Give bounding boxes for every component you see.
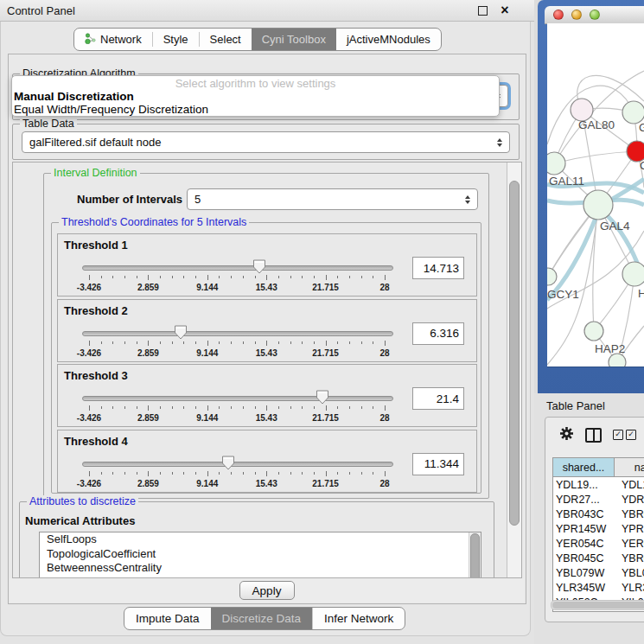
tab-cyni-toolbox[interactable]: Cyni Toolbox bbox=[252, 29, 336, 50]
tick-mark bbox=[255, 341, 256, 344]
control-panel-tabs: NetworkStyleSelectCyni ToolboxjActiveMNo… bbox=[73, 28, 442, 51]
network-canvas[interactable]: GAL80GACGAL11GAL4GCY1HHAP2 bbox=[547, 23, 644, 367]
network-node[interactable] bbox=[547, 268, 557, 285]
bottom-tab-infer-network[interactable]: Infer Network bbox=[312, 608, 405, 629]
close-icon[interactable] bbox=[498, 3, 512, 17]
tick-mark bbox=[124, 406, 125, 409]
checkbox-icons[interactable] bbox=[613, 430, 636, 440]
tick-mark bbox=[219, 406, 220, 409]
tab-style[interactable]: Style bbox=[153, 29, 199, 50]
gear-icon[interactable] bbox=[559, 426, 574, 444]
attributes-scrollbar[interactable] bbox=[469, 532, 481, 578]
algorithm-option-equal-width-frequency-discretization[interactable]: Equal Width/Frequency Discretization bbox=[12, 103, 499, 116]
tab-jactivemnodules[interactable]: jActiveMNodules bbox=[336, 29, 441, 50]
tick-mark bbox=[266, 471, 267, 476]
threshold-label: Threshold 3 bbox=[64, 369, 128, 382]
cell-name: YPR1 bbox=[614, 523, 644, 535]
table-data-combobox[interactable]: galFiltered.sif default node bbox=[22, 131, 510, 153]
zoom-traffic-light[interactable] bbox=[590, 10, 600, 20]
tab-network[interactable]: Network bbox=[74, 29, 152, 50]
slider-track[interactable] bbox=[82, 462, 393, 467]
threshold-value-field[interactable]: 6.316 bbox=[412, 322, 464, 345]
tab-select[interactable]: Select bbox=[200, 29, 252, 50]
tick-mark bbox=[314, 406, 315, 409]
column-header-name[interactable]: name bbox=[615, 458, 644, 476]
network-node[interactable] bbox=[584, 322, 603, 341]
network-view-window: GAL80GACGAL11GAL4GCY1HHAP2 bbox=[538, 0, 644, 393]
node-label: GAL80 bbox=[578, 118, 615, 131]
settings-vertical-scrollbar[interactable] bbox=[507, 163, 521, 577]
tick-mark bbox=[172, 406, 173, 409]
float-window-icon[interactable] bbox=[478, 6, 488, 16]
table-row[interactable]: YLR345WYLR3 bbox=[553, 580, 644, 595]
checkbox-icon[interactable] bbox=[613, 430, 623, 440]
column-header-shared-name[interactable]: shared... bbox=[553, 458, 615, 476]
tick-mark bbox=[326, 275, 327, 280]
attribute-item[interactable]: BetweennessCentrality bbox=[40, 561, 481, 576]
network-node[interactable] bbox=[622, 262, 644, 286]
cell-name: YDR2 bbox=[614, 494, 644, 506]
cell-shared-name: YBR045C bbox=[553, 552, 614, 564]
table-row[interactable]: YER054CYER0 bbox=[553, 536, 644, 551]
slider-track[interactable] bbox=[82, 265, 393, 271]
tick-mark bbox=[337, 341, 338, 344]
tick-mark bbox=[385, 275, 386, 280]
table-panel: Table Panel shared... bbox=[534, 393, 644, 644]
tick-mark bbox=[337, 276, 338, 278]
tick-mark bbox=[278, 472, 279, 475]
threshold-value-field[interactable]: 11.344 bbox=[412, 453, 464, 475]
close-traffic-light[interactable] bbox=[553, 10, 564, 20]
number-of-intervals-combobox[interactable]: 5 bbox=[187, 188, 478, 210]
table-row[interactable]: YDR27...YDR2 bbox=[553, 492, 644, 507]
apply-button[interactable]: Apply bbox=[239, 581, 295, 600]
slider-track[interactable] bbox=[82, 331, 393, 336]
table-row[interactable]: YPR145WYPR1 bbox=[553, 521, 644, 536]
slider-thumb[interactable] bbox=[252, 259, 266, 274]
threshold-slider[interactable]: -3.4262.8599.14415.4321.71528 bbox=[82, 462, 392, 467]
bottom-tab-discretize-data[interactable]: Discretize Data bbox=[211, 608, 313, 629]
threshold-slider[interactable]: -3.4262.8599.14415.4321.71528 bbox=[82, 331, 392, 336]
tick-mark bbox=[195, 276, 196, 278]
network-window-titlebar bbox=[545, 6, 644, 24]
tick-label: 15.43 bbox=[256, 348, 277, 358]
network-graph[interactable]: GAL80GACGAL11GAL4GCY1HHAP2 bbox=[547, 23, 644, 367]
table-hscrollbar-thumb[interactable] bbox=[552, 602, 644, 609]
table-row[interactable]: YBR043CYBR0 bbox=[553, 507, 644, 521]
threshold-value-field[interactable]: 14.713 bbox=[412, 257, 464, 279]
threshold-slider[interactable]: -3.4262.8599.14415.4321.71528 bbox=[82, 396, 392, 401]
bottom-tab-impute-data[interactable]: Impute Data bbox=[124, 608, 211, 629]
slider-track[interactable] bbox=[82, 396, 393, 401]
threshold-value-field[interactable]: 21.4 bbox=[412, 387, 464, 410]
tick-mark bbox=[160, 472, 161, 475]
tick-mark bbox=[124, 276, 125, 278]
table-row[interactable]: YDL19...YDL1 bbox=[553, 477, 644, 492]
slider-thumb[interactable] bbox=[316, 390, 329, 405]
attributes-group: Attributes to discretize Numerical Attri… bbox=[19, 501, 494, 578]
tick-mark bbox=[207, 471, 208, 476]
threshold-slider[interactable]: -3.4262.8599.14415.4321.71528 bbox=[82, 265, 392, 271]
algorithm-option-manual-discretization[interactable]: Manual Discretization bbox=[12, 90, 499, 103]
attributes-scrollbar-thumb[interactable] bbox=[470, 533, 480, 578]
tick-mark bbox=[361, 276, 362, 278]
tick-mark bbox=[349, 341, 350, 344]
minimize-traffic-light[interactable] bbox=[571, 10, 582, 20]
attribute-item[interactable]: SelfLoops bbox=[40, 532, 481, 547]
checkbox-icon[interactable] bbox=[626, 430, 636, 440]
algorithm-placeholder: Select algorithm to view settings bbox=[12, 76, 499, 90]
network-node[interactable] bbox=[547, 152, 565, 175]
network-node[interactable] bbox=[609, 354, 626, 367]
network-node[interactable] bbox=[583, 190, 613, 220]
split-columns-icon[interactable] bbox=[585, 428, 602, 443]
slider-thumb[interactable] bbox=[174, 325, 188, 340]
cell-name: YBR0 bbox=[614, 508, 644, 520]
slider-thumb[interactable] bbox=[221, 456, 235, 470]
table-horizontal-scrollbar[interactable] bbox=[551, 600, 644, 610]
table-row[interactable]: YBL079WYBL0 bbox=[553, 565, 644, 580]
control-panel: Control Panel NetworkStyleSelectCyni Too… bbox=[0, 0, 534, 644]
tick-mark bbox=[337, 406, 338, 409]
attribute-item[interactable]: TopologicalCoefficient bbox=[40, 547, 481, 562]
settings-scrollbar-thumb[interactable] bbox=[509, 181, 520, 526]
threshold-box: Threshold 2-3.4262.8599.14415.4321.71528… bbox=[57, 299, 477, 362]
tick-label: 9.144 bbox=[196, 348, 218, 358]
table-row[interactable]: YBR045CYBR0 bbox=[553, 551, 644, 565]
